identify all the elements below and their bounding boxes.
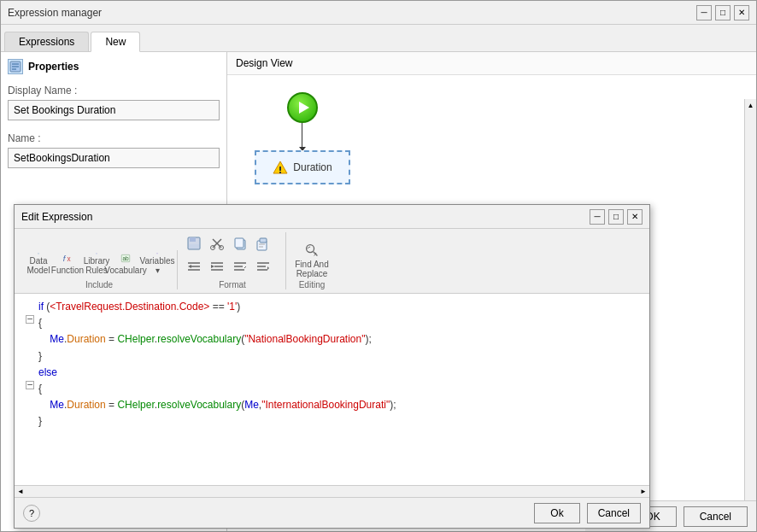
svg-text:x: x [67, 255, 71, 263]
outer-minimize-button[interactable]: ─ [696, 5, 712, 20]
display-name-input[interactable] [8, 100, 220, 120]
outer-window-title: Expression manager [8, 7, 102, 19]
properties-header: Properties [8, 59, 220, 74]
start-node [287, 92, 318, 123]
scroll-track[interactable] [26, 486, 637, 497]
variables-button[interactable]: (x) Variables▾ [141, 250, 173, 278]
save-button[interactable] [183, 232, 205, 254]
collapse-button-2[interactable]: ─ [26, 315, 34, 324]
svg-text:f: f [63, 254, 67, 263]
right-scrollbar: ▲ ▼ [744, 99, 756, 530]
svg-rect-5 [279, 167, 281, 171]
vocabulary-button[interactable]: ab Vocabulary [112, 250, 139, 278]
connector-line [302, 123, 302, 149]
indent-increase-button[interactable] [206, 255, 228, 278]
svg-line-48 [314, 252, 318, 256]
svg-marker-34 [188, 265, 191, 268]
display-name-group: Display Name : [8, 85, 220, 120]
svg-marker-46 [267, 266, 269, 270]
outer-cancel-button[interactable]: Cancel [684, 506, 748, 527]
scroll-right-arrow[interactable]: ► [637, 486, 649, 498]
code-line-6: ─ { [21, 381, 643, 397]
footer-left: ? [23, 505, 40, 522]
outer-window-controls: ─ □ ✕ [696, 5, 749, 20]
indent-decrease-button[interactable] [183, 255, 205, 278]
toolbar: DataModel f x Function f [15, 229, 649, 294]
code-line-8: } [21, 413, 643, 430]
name-input[interactable] [8, 148, 220, 168]
edit-expression-dialog: Edit Expression ─ □ ✕ [14, 204, 650, 529]
name-label: Name : [8, 132, 220, 144]
code-line-3: Me.Duration = CHelper.resolveVocabulary(… [21, 331, 643, 348]
horizontal-scrollbar: ◄ ► [15, 485, 649, 497]
footer-buttons: Ok Cancel [534, 503, 641, 523]
collapse-button-6[interactable]: ─ [26, 381, 34, 389]
line-gutter-6: ─ [21, 381, 38, 389]
name-group: Name : [8, 132, 220, 168]
dialog-cancel-button[interactable]: Cancel [587, 503, 641, 523]
svg-text:ab: ab [122, 255, 129, 261]
tab-expressions[interactable]: Expressions [4, 32, 89, 51]
svg-rect-28 [260, 238, 267, 243]
dialog-title: Edit Expression [21, 211, 92, 223]
duration-node-label: Duration [293, 161, 332, 173]
find-and-replace-button[interactable]: Find AndReplace [293, 242, 331, 279]
design-view-header: Design View [227, 52, 756, 75]
dialog-controls: ─ □ ✕ [590, 209, 643, 225]
line-gutter-2: ─ [21, 315, 38, 324]
tab-new[interactable]: New [91, 32, 140, 52]
code-line-7: Me.Duration = CHelper.resolveVocabulary(… [21, 397, 643, 413]
properties-icon [8, 59, 23, 74]
svg-marker-38 [211, 265, 214, 268]
code-editor[interactable]: if (<TravelRequest.Destination.Code> == … [15, 294, 649, 485]
copy-button[interactable] [229, 232, 251, 254]
duration-node[interactable]: Duration [255, 150, 350, 184]
dialog-close-button[interactable]: ✕ [627, 209, 643, 225]
function-button[interactable]: f x Function [54, 250, 81, 278]
outer-close-button[interactable]: ✕ [734, 5, 749, 20]
data-model-button[interactable]: DataModel [25, 250, 52, 278]
play-icon [299, 102, 309, 114]
svg-point-7 [38, 253, 38, 254]
tabs-bar: Expressions New [1, 25, 756, 52]
code-line-4: } [21, 348, 643, 365]
dialog-minimize-button[interactable]: ─ [590, 209, 605, 225]
format-a-button[interactable] [229, 255, 251, 278]
code-line-1: if (<TravelRequest.Destination.Code> == … [21, 299, 643, 315]
display-name-label: Display Name : [8, 85, 220, 96]
svg-rect-26 [235, 238, 244, 248]
dialog-maximize-button[interactable]: □ [608, 209, 624, 225]
svg-rect-6 [279, 172, 281, 173]
dialog-ok-button[interactable]: Ok [534, 503, 579, 523]
code-line-2: ─ { [21, 315, 643, 331]
svg-rect-20 [189, 244, 199, 248]
dialog-footer: ? Ok Cancel [15, 497, 649, 528]
outer-maximize-button[interactable]: □ [715, 5, 731, 20]
scroll-left-arrow[interactable]: ◄ [15, 486, 26, 498]
scroll-up-arrow[interactable]: ▲ [745, 99, 756, 111]
cut-button[interactable] [206, 232, 228, 254]
outer-title-bar: Expression manager ─ □ ✕ [1, 1, 756, 25]
svg-rect-19 [190, 237, 196, 242]
properties-label: Properties [28, 61, 79, 73]
svg-line-42 [244, 266, 246, 268]
svg-text:(x): (x) [156, 253, 158, 254]
format-b-button[interactable] [252, 255, 274, 278]
expression-manager-window: Expression manager ─ □ ✕ Expressions New [0, 0, 757, 532]
code-line-5: else [21, 365, 643, 381]
paste-button[interactable] [252, 232, 274, 254]
help-button[interactable]: ? [23, 505, 40, 522]
dialog-title-bar: Edit Expression ─ □ ✕ [15, 205, 649, 229]
